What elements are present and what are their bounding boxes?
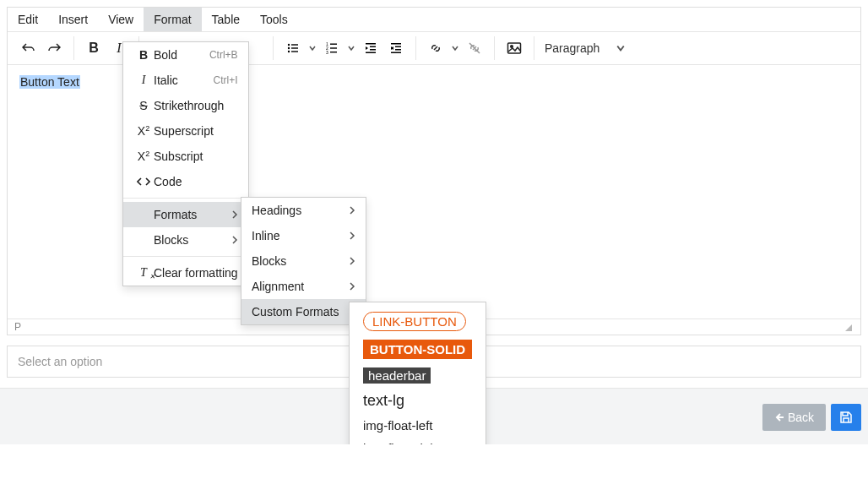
submenu-alignment[interactable]: Alignment bbox=[241, 274, 366, 299]
menubar-table[interactable]: Table bbox=[202, 8, 250, 31]
svg-rect-14 bbox=[370, 49, 376, 51]
code-icon bbox=[133, 177, 154, 187]
format-italic-shortcut: Ctrl+I bbox=[214, 74, 238, 86]
svg-rect-19 bbox=[391, 52, 401, 54]
format-superscript[interactable]: X2 Superscript bbox=[123, 118, 248, 144]
format-formats-label: Formats bbox=[154, 208, 221, 221]
chevron-right-icon bbox=[349, 280, 355, 293]
svg-rect-10 bbox=[330, 47, 337, 48]
numbered-list-dropdown[interactable] bbox=[344, 35, 358, 61]
numbered-list-button[interactable]: 123 bbox=[319, 35, 344, 61]
svg-rect-18 bbox=[395, 49, 401, 51]
svg-point-21 bbox=[511, 46, 513, 48]
link-dropdown[interactable] bbox=[448, 35, 462, 61]
format-sub-label: Subscript bbox=[154, 150, 238, 163]
custom-img-float-right[interactable]: img-float-right bbox=[350, 437, 486, 444]
submenu-headings-label: Headings bbox=[252, 204, 339, 217]
format-code[interactable]: Code bbox=[123, 169, 248, 194]
format-subscript[interactable]: X2 Subscript bbox=[123, 144, 248, 169]
save-icon bbox=[839, 411, 853, 424]
submenu-blocks-label: Blocks bbox=[252, 254, 339, 268]
svg-rect-5 bbox=[291, 51, 298, 52]
custom-formats-submenu: LINK-BUTTON BUTTON-SOLID headerbar text-… bbox=[349, 302, 486, 444]
custom-button-solid[interactable]: BUTTON-SOLID bbox=[350, 335, 486, 363]
svg-rect-11 bbox=[330, 52, 337, 52]
arrow-left-icon bbox=[774, 412, 784, 422]
svg-rect-12 bbox=[366, 43, 376, 45]
svg-rect-13 bbox=[370, 46, 376, 48]
custom-img-float-left[interactable]: img-float-left bbox=[350, 414, 486, 437]
format-clear-label: Clear formatting bbox=[154, 266, 238, 280]
format-blocks[interactable]: Blocks bbox=[123, 227, 248, 253]
italic-icon: I bbox=[133, 73, 154, 87]
unlink-button[interactable] bbox=[462, 35, 487, 61]
format-formats[interactable]: Formats bbox=[123, 202, 248, 227]
submenu-blocks[interactable]: Blocks bbox=[241, 248, 366, 274]
submenu-inline-label: Inline bbox=[252, 229, 339, 242]
menubar-view[interactable]: View bbox=[98, 8, 144, 31]
submenu-custom-formats[interactable]: Custom Formats bbox=[241, 299, 366, 324]
format-menu: B Bold Ctrl+B I Italic Ctrl+I S Striketh… bbox=[122, 41, 249, 286]
menubar-insert[interactable]: Insert bbox=[48, 8, 98, 31]
redo-button[interactable] bbox=[41, 35, 67, 61]
chevron-right-icon bbox=[231, 233, 238, 247]
menubar-edit[interactable]: Edit bbox=[8, 8, 48, 31]
chevron-right-icon bbox=[349, 254, 355, 268]
format-super-label: Superscript bbox=[154, 124, 238, 138]
svg-text:3: 3 bbox=[326, 50, 328, 55]
svg-rect-15 bbox=[366, 52, 376, 54]
clear-formatting-icon: T✕ bbox=[133, 266, 154, 280]
svg-rect-4 bbox=[291, 47, 298, 48]
svg-rect-3 bbox=[291, 44, 298, 45]
status-element-path[interactable]: P bbox=[14, 321, 21, 333]
superscript-icon: X2 bbox=[133, 124, 154, 138]
custom-link-button-label: LINK-BUTTON bbox=[363, 312, 466, 331]
format-strikethrough[interactable]: S Strikethrough bbox=[123, 93, 248, 118]
custom-text-lg[interactable]: text-lg bbox=[350, 388, 486, 414]
custom-button-solid-label: BUTTON-SOLID bbox=[363, 340, 472, 359]
format-italic[interactable]: I Italic Ctrl+I bbox=[123, 68, 248, 93]
format-code-label: Code bbox=[154, 175, 238, 188]
format-bold[interactable]: B Bold Ctrl+B bbox=[123, 42, 248, 68]
bold-button[interactable]: B bbox=[81, 35, 106, 61]
menubar: Edit Insert View Format Table Tools bbox=[8, 8, 860, 32]
svg-rect-17 bbox=[395, 46, 401, 48]
paragraph-select[interactable]: Paragraph bbox=[538, 35, 632, 61]
chevron-right-icon bbox=[349, 204, 355, 217]
format-strike-label: Strikethrough bbox=[154, 99, 238, 112]
custom-headerbar-label: headerbar bbox=[363, 367, 431, 384]
format-bold-label: Bold bbox=[154, 48, 196, 62]
paragraph-label: Paragraph bbox=[545, 41, 599, 55]
submenu-custom-label: Custom Formats bbox=[252, 305, 339, 318]
custom-headerbar[interactable]: headerbar bbox=[350, 363, 486, 388]
chevron-right-icon bbox=[349, 229, 355, 242]
chevron-right-icon bbox=[231, 208, 238, 221]
menubar-format[interactable]: Format bbox=[144, 8, 201, 31]
submenu-inline[interactable]: Inline bbox=[241, 223, 366, 248]
indent-button[interactable] bbox=[383, 35, 409, 61]
outdent-button[interactable] bbox=[358, 35, 383, 61]
strikethrough-icon: S bbox=[133, 99, 154, 112]
save-button[interactable] bbox=[831, 404, 861, 431]
svg-point-0 bbox=[288, 44, 290, 46]
back-button[interactable]: Back bbox=[762, 404, 826, 431]
format-bold-shortcut: Ctrl+B bbox=[209, 49, 238, 61]
undo-button[interactable] bbox=[16, 35, 41, 61]
format-italic-label: Italic bbox=[154, 73, 200, 87]
bold-icon: B bbox=[133, 48, 154, 62]
svg-rect-9 bbox=[330, 44, 337, 45]
menubar-tools[interactable]: Tools bbox=[250, 8, 298, 31]
link-button[interactable] bbox=[423, 35, 448, 61]
bullet-list-dropdown[interactable] bbox=[306, 35, 319, 61]
subscript-icon: X2 bbox=[133, 150, 154, 163]
image-button[interactable] bbox=[502, 35, 527, 61]
editor-selection[interactable]: Button Text bbox=[19, 75, 80, 89]
custom-link-button[interactable]: LINK-BUTTON bbox=[350, 308, 486, 335]
svg-point-1 bbox=[288, 47, 290, 49]
submenu-headings[interactable]: Headings bbox=[241, 198, 366, 223]
format-clear[interactable]: T✕ Clear formatting bbox=[123, 260, 248, 286]
bullet-list-button[interactable] bbox=[280, 35, 306, 61]
resize-handle[interactable] bbox=[845, 324, 852, 331]
format-blocks-label: Blocks bbox=[154, 233, 221, 247]
submenu-alignment-label: Alignment bbox=[252, 280, 339, 293]
